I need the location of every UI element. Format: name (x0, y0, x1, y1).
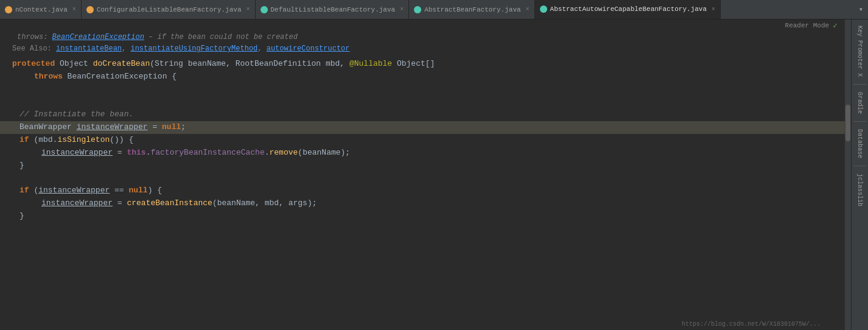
tab-label-AbstractBeanFactory: AbstractBeanFactory.java (424, 6, 520, 13)
tab-DefaultListable[interactable]: DefaultListableBeanFactory.java × (256, 0, 410, 19)
code-line-throws: throws BeanCreationException { (0, 71, 845, 83)
right-sidebar: Key Promoter X Gradle Database jclasslib (851, 19, 868, 330)
tab-overflow-dropdown[interactable]: ▾ (854, 0, 868, 19)
tab-label-AbstractAutowire: AbstractAutowireCapableBeanFactory.java (550, 5, 707, 13)
reader-mode-bar: Reader Mode ✓ (0, 19, 845, 32)
tab-bar-scroll: nContext.java × ConfigurableListableBean… (0, 0, 854, 19)
code-line-blank3 (0, 172, 845, 184)
code-line-blank1 (0, 83, 845, 96)
see-also-link-1[interactable]: instantiateBean (56, 44, 122, 53)
sidebar-panel-jclasslib[interactable]: jclasslib (855, 169, 864, 211)
tab-close-AbstractAutowire[interactable]: × (712, 6, 715, 13)
code-line-if-null: if ( instanceWrapper == null ) { (0, 184, 845, 197)
reader-mode-label: Reader Mode (785, 22, 830, 29)
code-line-instance-assign-2: instanceWrapper = createBeanInstance (be… (0, 197, 845, 210)
see-also-link-2[interactable]: instantiateUsingFactoryMethod (130, 44, 257, 53)
sidebar-panel-key-promoter[interactable]: Key Promoter X (855, 21, 864, 82)
reader-mode-check-icon: ✓ (833, 21, 838, 30)
tab-icon-AbstractBeanFactory (414, 6, 421, 13)
code-doc-throws: throws: BeanCreationException – if the b… (0, 32, 845, 43)
tab-icon-DefaultListable (261, 6, 268, 13)
see-also-label: See Also: (12, 44, 52, 53)
tab-label-ConfigurableListable: ConfigurableListableBeanFactory.java (97, 6, 242, 13)
url-text: https://blog.csdn.net/W/X10301075W/... (682, 321, 821, 328)
code-line-close-brace-1: } (0, 160, 845, 172)
tab-icon-nContext (5, 6, 12, 13)
tab-AbstractAutowire[interactable]: AbstractAutowireCapableBeanFactory.java … (535, 0, 721, 19)
sidebar-panel-gradle[interactable]: Gradle (855, 87, 864, 119)
scrollbar-track (845, 19, 851, 330)
code-line-beanwrapper: BeanWrapper instanceWrapper = null ; (0, 121, 845, 134)
tab-close-ConfigurableListable[interactable]: × (246, 6, 250, 13)
tab-label-DefaultListable: DefaultListableBeanFactory.java (271, 6, 396, 13)
tab-close-AbstractBeanFactory[interactable]: × (526, 6, 530, 13)
tab-nContext[interactable]: nContext.java × (0, 0, 82, 19)
tab-close-DefaultListable[interactable]: × (400, 6, 404, 13)
code-line-close-brace-2: } (0, 210, 845, 223)
sidebar-panel-database[interactable]: Database (855, 124, 864, 163)
code-line-if-singleton: if (mbd. isSingleton ()) { (0, 134, 845, 147)
main-area: Reader Mode ✓ throws: BeanCreationExcept… (0, 19, 868, 330)
scrollbar-thumb[interactable] (845, 105, 850, 141)
code-line-signature: protected Object doCreateBean (String be… (0, 58, 845, 71)
code-see-also: See Also: instantiateBean, instantiateUs… (0, 43, 845, 54)
code-line-blank2 (0, 96, 845, 109)
tab-icon-AbstractAutowire (540, 5, 547, 13)
editor-area: Reader Mode ✓ throws: BeanCreationExcept… (0, 19, 845, 330)
url-bar: https://blog.csdn.net/W/X10301075W/... (682, 321, 821, 328)
code-line-instance-assign-1: instanceWrapper = this . factoryBeanInst… (0, 147, 845, 160)
see-also-link-3[interactable]: autowireConstructor (267, 44, 350, 53)
tab-bar: nContext.java × ConfigurableListableBean… (0, 0, 868, 19)
tab-AbstractBeanFactory[interactable]: AbstractBeanFactory.java × (409, 0, 534, 19)
code-content: throws: BeanCreationException – if the b… (0, 32, 845, 330)
tab-close-nContext[interactable]: × (72, 6, 76, 13)
code-line-comment: // Instantiate the bean. (0, 108, 845, 121)
tab-ConfigurableListable[interactable]: ConfigurableListableBeanFactory.java × (82, 0, 256, 19)
tab-label-nContext: nContext.java (15, 6, 68, 13)
tab-icon-ConfigurableListable (86, 6, 94, 13)
